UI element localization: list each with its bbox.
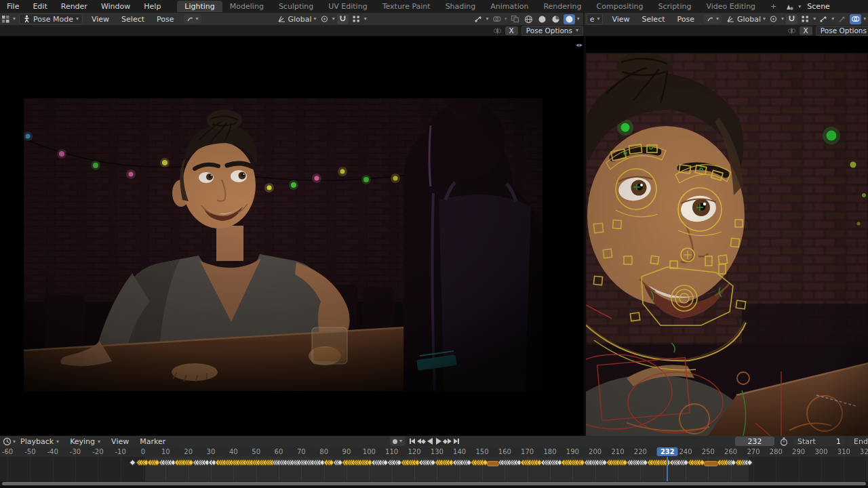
shading-solid-icon[interactable] [536,14,548,24]
orientation-icon [726,15,735,23]
mirror-x-button[interactable]: X [800,26,812,35]
timeline-ruler[interactable]: -60-50-40-30-20-100102030405060708090100… [0,447,868,458]
play-button[interactable] [434,436,443,446]
workspace-tab-scripting[interactable]: Scripting [651,1,699,12]
proportional-editing-icon[interactable] [351,14,362,24]
workspace-tab-modeling[interactable]: Modeling [222,1,271,12]
proportional-caret[interactable]: ▾ [364,16,367,22]
playhead-line[interactable] [667,457,668,481]
timeline-menu-marker[interactable]: Marker [135,437,170,446]
workspace-tab-video-editing[interactable]: Video Editing [698,1,763,12]
viewport-right-header: e▾ View Select Pose ▾ Global▾ ▾ ▾ ▾ [583,13,868,25]
ruler-tick-label: 200 [589,448,601,455]
display-group-left: ▾ ▾ ▾ [473,14,580,24]
topbar-menu-edit[interactable]: Edit [26,2,54,11]
record-button[interactable]: ▾ [390,436,405,446]
current-frame-field[interactable]: 232 [735,436,774,446]
timeline-scrollbar-thumb[interactable] [2,482,866,485]
auto-keying-icon[interactable] [778,436,789,447]
end-frame-field[interactable]: End268 [849,436,868,446]
viewport-3d-left[interactable] [0,36,584,436]
gizmo-caret[interactable]: ▾ [831,16,834,22]
workspace-tab-rendering[interactable]: Rendering [536,1,589,12]
topbar-menu-window[interactable]: Window [94,2,137,11]
menu-view-right[interactable]: View [606,15,635,24]
workspace-tab-texture-paint[interactable]: Texture Paint [375,1,438,12]
workspace-tab-shading[interactable]: Shading [438,1,484,12]
current-frame-badge[interactable]: 232 [657,447,678,456]
pose-options-dropdown[interactable]: Pose Options▾ [816,26,868,36]
overlays-caret[interactable]: ▾ [505,16,507,22]
mode-dropdown[interactable]: Pose Mode▾ [19,14,83,24]
menu-select-right[interactable]: Select [637,15,671,24]
show-gizmo-icon[interactable] [818,14,829,24]
prev-keyframe-button[interactable] [416,436,425,446]
area-resize-widget[interactable]: ◂▸ [576,41,583,48]
ruler-tick-label: 170 [521,448,534,455]
workspace-tab-animation[interactable]: Animation [483,1,536,12]
timeline-menu-view[interactable]: View [106,437,134,446]
workspace-tab-uv-editing[interactable]: UV Editing [321,1,374,12]
next-keyframe-button[interactable] [443,436,452,446]
orientation-label[interactable]: Global [288,15,312,24]
topbar-menu-render[interactable]: Render [54,2,94,11]
timeline-editor-type-icon[interactable] [1,436,13,447]
timeline-scrollbar[interactable] [0,481,868,486]
menu-select[interactable]: Select [116,15,150,24]
active-tool-dropdown[interactable]: ▾ [184,14,201,24]
viewport-3d-right[interactable] [586,36,868,436]
shading-caret[interactable]: ▾ [577,16,580,22]
scene-dropdown-caret[interactable]: ▾ [798,4,801,9]
pivot-point-icon[interactable] [768,14,779,24]
editor-type-icon[interactable] [0,14,12,24]
show-overlays-icon[interactable] [491,14,502,24]
overlays-caret[interactable]: ▾ [863,16,866,22]
workspace-tab--[interactable]: + [763,1,784,12]
orientation-label-right[interactable]: Global [737,15,761,24]
workspace-tab-sculpting[interactable]: Sculpting [271,1,321,12]
timeline-menu-keying[interactable]: Keying▾ [65,437,105,446]
topbar-menu-file[interactable]: File [0,2,26,11]
proportional-caret[interactable]: ▾ [813,16,816,22]
record-caret[interactable]: ▾ [399,439,402,444]
shading-wireframe-icon[interactable] [523,14,534,24]
proportional-editing-icon[interactable] [800,14,811,24]
gizmo-arrows-icon[interactable] [836,14,848,24]
shading-rendered-icon[interactable] [564,14,575,24]
pivot-caret[interactable]: ▾ [332,16,335,22]
workspace-tab-compositing[interactable]: Compositing [589,1,651,12]
shading-material-icon[interactable] [550,14,561,24]
ruler-tick-label: 60 [275,448,283,455]
pose-options-dropdown[interactable]: Pose Options▾ [521,26,583,36]
snap-magnet-icon[interactable] [786,14,797,24]
rig-scene-closeup [586,53,868,436]
play-reverse-button[interactable] [425,436,434,446]
blender-window: { "topbar": { "menus": ["File", "Edit", … [0,0,868,488]
ruler-tick-label: -60 [2,448,13,455]
active-tool-dropdown-right[interactable]: ▾ [704,14,722,24]
jump-end-button[interactable] [452,436,460,446]
start-frame-field[interactable]: Start1 [793,436,846,446]
editor-type-caret[interactable]: ▾ [13,16,16,22]
timeline-menu-playback[interactable]: Playback▾ [16,437,64,446]
frame-gridline [98,457,98,481]
pivot-caret[interactable]: ▾ [781,16,784,22]
mode-dropdown-right[interactable]: e▾ [587,14,604,24]
snap-magnet-icon[interactable] [337,14,349,24]
mirror-x-button[interactable]: X [505,26,518,35]
xray-toggle-icon[interactable] [509,14,521,24]
menu-pose[interactable]: Pose [151,15,179,24]
keyframe-band[interactable] [0,457,868,481]
pivot-point-icon[interactable] [319,14,330,24]
show-gizmo-icon[interactable] [473,14,484,24]
scene-name[interactable]: Scene [804,1,868,12]
menu-view[interactable]: View [86,15,115,24]
gizmo-caret[interactable]: ▾ [486,16,489,22]
jump-start-button[interactable] [408,436,416,446]
topbar-menu-help[interactable]: Help [137,2,167,11]
menu-pose-right[interactable]: Pose [672,15,700,24]
workspace-tab-lighting[interactable]: Lighting [177,1,222,12]
keyframe[interactable] [129,460,136,466]
timeline-editor: ▾ Playback▾Keying▾ViewMarker ▾ 232 S [0,436,868,488]
show-overlays-icon[interactable] [850,14,861,24]
